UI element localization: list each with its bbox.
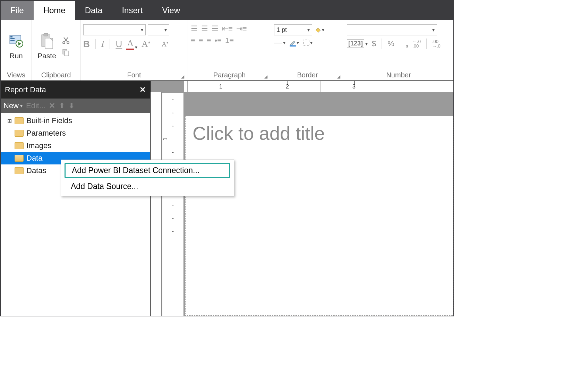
folder-icon xyxy=(15,142,24,149)
ribbon: Run Views Paste xyxy=(1,20,453,81)
ribbon-group-paragraph: ☰ ☰ ☰ ⇤≡ ⇥≡ ≡ ≡ ≡ •≡ 1≡ Paragraph◢ xyxy=(188,20,271,80)
run-button[interactable]: Run xyxy=(4,33,28,60)
tree-item-builtin-fields[interactable]: ⊞ Built-in Fields xyxy=(1,114,150,127)
horizontal-ruler: 1 2 3 xyxy=(184,81,453,92)
copy-icon[interactable] xyxy=(62,48,70,57)
tab-view[interactable]: View xyxy=(152,1,190,20)
svg-rect-2 xyxy=(10,38,15,39)
border-preset-button[interactable]: ▾ xyxy=(302,39,313,46)
align-right-button[interactable]: ≡ xyxy=(207,36,211,45)
design-canvas[interactable]: 1 2 3 --- 1 --- 2 --- Click to add title xyxy=(151,81,453,316)
group-label-views: Views xyxy=(3,70,29,80)
run-label: Run xyxy=(9,52,23,60)
move-down-icon: ⬇ xyxy=(68,101,75,110)
group-label-clipboard: Clipboard xyxy=(35,70,77,80)
font-color-button[interactable]: A▾ xyxy=(126,38,137,50)
currency-button[interactable]: $ xyxy=(372,39,376,48)
chevron-down-icon: ▾ xyxy=(297,40,299,45)
folder-open-icon xyxy=(15,155,24,162)
percent-button[interactable]: % xyxy=(387,39,394,48)
chevron-down-icon: ▾ xyxy=(432,27,435,33)
ribbon-group-views: Run Views xyxy=(1,20,32,80)
chevron-down-icon: ▾ xyxy=(283,40,285,45)
border-color-button[interactable]: ▾ xyxy=(289,39,299,46)
increase-indent-button[interactable]: ⇥≡ xyxy=(236,24,247,33)
fill-color-button[interactable]: ▾ xyxy=(314,26,324,34)
tab-insert[interactable]: Insert xyxy=(112,1,152,20)
grow-font-button[interactable]: A▴ xyxy=(142,39,150,49)
panel-title: Report Data xyxy=(5,85,46,94)
svg-line-13 xyxy=(64,37,67,42)
font-family-combo[interactable]: ▾ xyxy=(83,24,146,35)
expand-icon[interactable]: ⊞ xyxy=(7,118,12,124)
report-page[interactable]: Click to add title xyxy=(185,116,453,316)
svg-rect-15 xyxy=(65,51,69,56)
tab-data[interactable]: Data xyxy=(75,1,112,20)
group-label-number: Number xyxy=(347,70,450,80)
number-format-combo[interactable]: ▾ xyxy=(347,24,437,35)
dialog-launcher-icon[interactable]: ◢ xyxy=(337,74,340,79)
align-left-button[interactable]: ≡ xyxy=(191,36,195,45)
svg-rect-1 xyxy=(10,36,12,37)
align-top-button[interactable]: ☰ xyxy=(191,24,198,33)
move-up-icon: ⬆ xyxy=(59,101,65,110)
dialog-launcher-icon[interactable]: ◢ xyxy=(181,74,184,79)
edit-button: Edit... xyxy=(26,101,45,110)
menu-add-powerbi-dataset[interactable]: Add Power BI Dataset Connection... xyxy=(65,163,230,178)
svg-rect-16 xyxy=(290,45,296,46)
group-label-font: Font◢ xyxy=(83,70,185,80)
font-size-combo[interactable]: ▾ xyxy=(148,24,169,35)
border-width-combo[interactable]: 1 pt▾ xyxy=(274,24,312,35)
tab-home[interactable]: Home xyxy=(34,1,75,20)
separator xyxy=(426,39,427,49)
border-style-button[interactable]: —▾ xyxy=(274,38,285,47)
ribbon-group-font: ▾ ▾ B I U A▾ A▴ A▾ Font◢ xyxy=(80,20,188,80)
delete-icon: ✕ xyxy=(49,101,55,110)
tabstrip: File Home Data Insert View xyxy=(1,1,453,20)
cut-icon[interactable] xyxy=(62,36,70,45)
comma-button[interactable]: , xyxy=(406,38,408,49)
align-bottom-button[interactable]: ☰ xyxy=(212,24,219,33)
body-area: Report Data ✕ New▾ Edit... ✕ ⬆ ⬇ ⊞ Built… xyxy=(1,81,453,316)
ribbon-group-number: ▾ [123]▾ $ % , ←.0 .00 .00 →.0 Number xyxy=(344,20,453,80)
decrease-indent-button[interactable]: ⇤≡ xyxy=(222,24,233,33)
context-menu: Add Power BI Dataset Connection... Add D… xyxy=(61,160,234,196)
title-placeholder[interactable]: Click to add title xyxy=(193,122,446,151)
align-middle-button[interactable]: ☰ xyxy=(201,24,208,33)
app-shell: File Home Data Insert View Run Views xyxy=(0,0,454,316)
tree-item-label: Data xyxy=(26,154,42,163)
placeholder-button[interactable]: [123]▾ xyxy=(347,39,368,48)
shrink-font-button[interactable]: A▾ xyxy=(162,40,168,48)
close-icon[interactable]: ✕ xyxy=(139,85,146,94)
separator xyxy=(400,39,400,49)
tab-file[interactable]: File xyxy=(1,1,34,20)
tree-item-parameters[interactable]: Parameters xyxy=(1,127,150,139)
underline-button[interactable]: U xyxy=(116,39,122,50)
body-separator xyxy=(193,276,446,276)
new-button[interactable]: New▾ xyxy=(3,101,23,110)
report-data-panel: Report Data ✕ New▾ Edit... ✕ ⬆ ⬇ ⊞ Built… xyxy=(1,81,151,316)
bullet-list-button[interactable]: •≡ xyxy=(215,36,222,45)
tree-item-label: Datas xyxy=(26,166,46,175)
tree-item-images[interactable]: Images xyxy=(1,139,150,152)
folder-icon xyxy=(15,167,24,174)
dialog-launcher-icon[interactable]: ◢ xyxy=(264,74,267,79)
decrease-decimal-button[interactable]: .00 →.0 xyxy=(432,39,441,48)
paste-button[interactable]: Paste xyxy=(35,33,59,60)
menu-add-data-source[interactable]: Add Data Source... xyxy=(61,179,234,194)
numbered-list-button[interactable]: 1≡ xyxy=(225,36,234,45)
chevron-down-icon: ▾ xyxy=(141,27,143,33)
paste-label: Paste xyxy=(37,52,56,60)
align-center-button[interactable]: ≡ xyxy=(199,36,203,45)
bold-button[interactable]: B xyxy=(83,39,90,50)
separator xyxy=(95,39,96,49)
increase-decimal-button[interactable]: ←.0 .00 xyxy=(412,39,421,48)
italic-button[interactable]: I xyxy=(101,39,104,49)
separator xyxy=(156,39,156,49)
folder-icon xyxy=(15,130,24,137)
chevron-down-icon: ▾ xyxy=(135,44,137,50)
ribbon-group-border: 1 pt▾ ▾ —▾ ▾ ▾ Border◢ xyxy=(271,20,344,80)
chevron-down-icon: ▾ xyxy=(322,27,324,33)
run-icon xyxy=(8,33,25,50)
chevron-down-icon: ▾ xyxy=(310,40,313,45)
